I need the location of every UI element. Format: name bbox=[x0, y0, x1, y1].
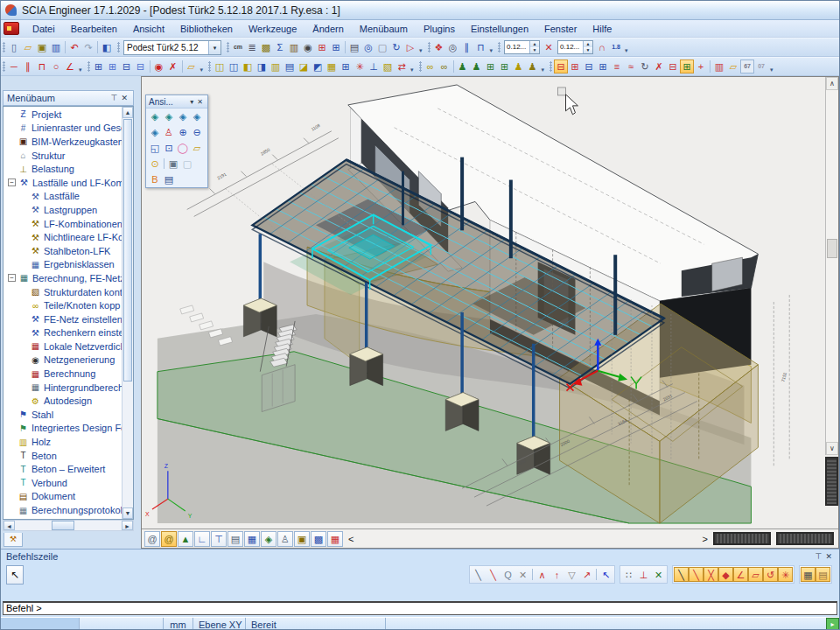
haunch-button[interactable]: ◪ bbox=[297, 60, 311, 74]
model-scene[interactable]: 21912850110811502000316420317151 Z X Y bbox=[142, 77, 825, 528]
support-button[interactable]: ⊥ bbox=[367, 60, 381, 74]
expander-minus-icon[interactable]: − bbox=[8, 274, 16, 282]
opening-button[interactable]: ▥ bbox=[269, 60, 283, 74]
spinner-down-icon[interactable]: ▼ bbox=[530, 47, 539, 53]
column-button[interactable]: ◫ bbox=[227, 60, 241, 74]
zoom-in-button[interactable]: ⊕ bbox=[176, 125, 190, 139]
snap-line-end-button[interactable]: ╲ bbox=[486, 567, 500, 582]
view-07-button[interactable]: 07 bbox=[754, 60, 768, 74]
binoculars-button[interactable]: ∞ bbox=[424, 60, 438, 74]
scroll-down-icon[interactable]: ∨ bbox=[826, 442, 838, 455]
section-display-button[interactable]: ⊟ bbox=[554, 60, 568, 74]
viewport-vscroll-thumb[interactable] bbox=[827, 239, 837, 258]
menu-bibliotheken[interactable]: Bibliotheken bbox=[172, 22, 241, 36]
copy-attributes-button[interactable]: ⊞ bbox=[484, 60, 498, 74]
status-plane[interactable]: Ebene XY bbox=[193, 618, 246, 630]
table-input-button[interactable]: ▤ bbox=[816, 567, 830, 582]
named-cut-button[interactable]: ⊤ bbox=[211, 531, 227, 547]
tree-horizontal-scrollbar[interactable]: ◄ ► bbox=[3, 520, 134, 531]
loads-display-button[interactable]: ⊞ bbox=[596, 60, 610, 74]
tree-item-belastung[interactable]: ⊥Belastung bbox=[4, 162, 122, 176]
open-project-button[interactable]: ▱ bbox=[21, 40, 35, 54]
walk-through-button[interactable]: ♙ bbox=[277, 531, 293, 547]
toolbar-overflow-button[interactable]: ▾ bbox=[770, 66, 774, 74]
tree-item-bim-werkzeugkasten[interactable]: ▣BIM-Werkzeugkasten bbox=[4, 135, 122, 149]
tree-item-stahl[interactable]: ⚑Stahl bbox=[4, 408, 122, 422]
view-palette-header[interactable]: Ansi... ▾ ✕ bbox=[146, 95, 207, 108]
dot-grid-button[interactable]: ∷ bbox=[621, 567, 636, 582]
snap-endpoint-button[interactable]: ╲ bbox=[674, 567, 689, 582]
roof-angle-button[interactable]: ∩ bbox=[595, 40, 609, 54]
snap-up-button[interactable]: ↑ bbox=[550, 567, 564, 582]
render-display-button[interactable]: ⊞ bbox=[568, 60, 582, 74]
ortho-mode-button[interactable]: ⊥ bbox=[636, 567, 651, 582]
tree-item-verbund[interactable]: TVerbund bbox=[4, 476, 122, 490]
group-button[interactable]: ♟ bbox=[512, 60, 526, 74]
rotate-3d-button[interactable]: ↻ bbox=[389, 40, 403, 54]
scroll-up-icon[interactable]: ▲ bbox=[122, 107, 133, 118]
project-selector[interactable]: Podest Türk2 5.12▾ bbox=[123, 40, 221, 55]
close-icon[interactable]: ✕ bbox=[823, 552, 834, 561]
zoom-document-button[interactable]: ◎ bbox=[446, 40, 460, 54]
status-run-button[interactable]: ▸ bbox=[826, 618, 839, 630]
model-viewport[interactable]: 21912850110811502000316420317151 Z X Y bbox=[141, 76, 839, 549]
menu-bearbeiten[interactable]: Bearbeiten bbox=[63, 22, 125, 36]
paste-attributes-button[interactable]: ⊞ bbox=[498, 60, 512, 74]
view-options-button[interactable]: ▩ bbox=[311, 531, 326, 547]
snap-raster-button[interactable]: ✳ bbox=[778, 567, 793, 582]
tracking-button[interactable]: ✕ bbox=[651, 567, 666, 582]
subsoil-button[interactable]: ▧ bbox=[381, 60, 395, 74]
save-picture-button[interactable]: ▱ bbox=[726, 60, 740, 74]
rotate-button[interactable]: ⊟ bbox=[134, 60, 148, 74]
supports-display-button[interactable]: ⊟ bbox=[582, 60, 596, 74]
document-button[interactable]: ▢ bbox=[375, 40, 389, 54]
scroll-left-icon[interactable]: ◄ bbox=[4, 521, 15, 530]
clipping-box-button[interactable]: ▱ bbox=[190, 141, 204, 155]
menu-tree-header[interactable]: Menübaum ⊤ ✕ bbox=[3, 90, 134, 106]
deformed-display-button[interactable]: ≈ bbox=[624, 60, 638, 74]
plate-button[interactable]: ◧ bbox=[241, 60, 255, 74]
center-view-button[interactable]: + bbox=[694, 60, 708, 74]
clip-plane-active-button[interactable]: @ bbox=[161, 531, 177, 547]
ungroup-button[interactable]: ♟ bbox=[526, 60, 540, 74]
viewport-zoom-bar-vertical[interactable] bbox=[825, 457, 838, 506]
selection-cursor-button[interactable]: ↖ bbox=[6, 565, 24, 584]
close-icon[interactable]: ✕ bbox=[195, 98, 205, 106]
view-axo-2-button[interactable]: ◈ bbox=[162, 109, 176, 123]
tree-item-berechnungsprotokoll[interactable]: ▦Berechnungsprotokol▾ bbox=[4, 503, 122, 517]
picture-to-gallery-button[interactable]: ▣ bbox=[166, 157, 180, 171]
chevron-down-icon[interactable]: ▾ bbox=[208, 41, 220, 54]
hinge-button[interactable]: ✳ bbox=[353, 60, 367, 74]
tree-item-berechnung[interactable]: ▦Berechnung bbox=[4, 367, 122, 381]
clipboard-button[interactable]: ▥ bbox=[287, 40, 301, 54]
pin-icon[interactable]: ⊤ bbox=[109, 94, 120, 102]
sum-values-button[interactable]: Σ bbox=[273, 40, 287, 54]
snap-plane-button[interactable]: ▽ bbox=[564, 567, 579, 582]
calculation-button[interactable]: ⊞ bbox=[315, 40, 329, 54]
menu-menübaum[interactable]: Menübaum bbox=[352, 22, 416, 36]
menu-plugins[interactable]: Plugins bbox=[416, 22, 463, 36]
view-67-button[interactable]: 67 bbox=[740, 60, 754, 74]
circle-button[interactable]: ○ bbox=[49, 60, 63, 74]
truss-button[interactable]: ⊞ bbox=[339, 60, 353, 74]
print-preview-button[interactable]: ◎ bbox=[361, 40, 375, 54]
new-project-button[interactable]: ▯ bbox=[7, 40, 21, 54]
clip-plane-button[interactable]: @ bbox=[144, 531, 160, 547]
tree-vertical-scrollbar[interactable]: ▲ ▼ bbox=[122, 107, 133, 519]
toolbar-overflow-button[interactable]: ▾ bbox=[419, 47, 423, 54]
toolbar-overflow-button[interactable]: ▾ bbox=[542, 66, 545, 74]
menu-ansicht[interactable]: Ansicht bbox=[125, 22, 172, 36]
menu-einstellungen[interactable]: Einstellungen bbox=[463, 22, 536, 36]
multi-copy-button[interactable]: ⊞ bbox=[106, 60, 120, 74]
toolbar-overflow-button[interactable]: ▾ bbox=[79, 66, 82, 74]
scroll-right-icon[interactable]: ► bbox=[122, 521, 133, 530]
expander-minus-icon[interactable]: − bbox=[8, 178, 16, 186]
snap-orthogonal-point-button[interactable]: ◆ bbox=[718, 567, 733, 582]
tree-item-lf-kombinationen[interactable]: ⚒LF-Kombinationen bbox=[4, 217, 122, 231]
scroll-up-icon[interactable]: ∧ bbox=[826, 77, 838, 90]
axes-display-button[interactable]: ▲ bbox=[178, 531, 193, 547]
load-panel-button[interactable]: ▦ bbox=[325, 60, 339, 74]
tree-item-lastfaelle[interactable]: ⚒Lastfälle bbox=[4, 190, 122, 204]
tree-item-netzgenerierung[interactable]: ◉Netzgenerierung bbox=[4, 354, 122, 368]
import-folder-button[interactable]: ▱ bbox=[185, 60, 199, 74]
